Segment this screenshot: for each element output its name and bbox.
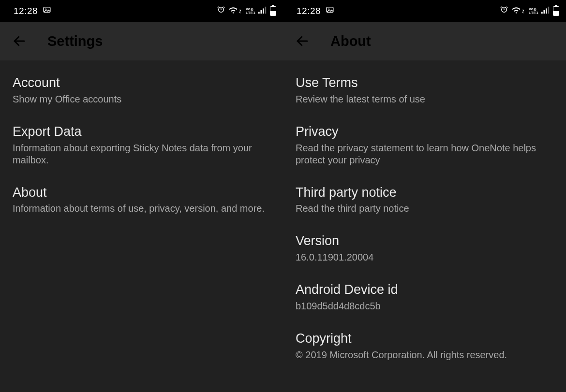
svg-rect-5 — [265, 6, 267, 13]
screen-settings: 12:28 Vo)) LTE1 — [0, 0, 283, 392]
about-item-privacy[interactable]: Privacy Read the privacy statement to le… — [296, 119, 553, 180]
image-icon — [326, 5, 334, 16]
item-subtitle: Information about terms of use, privacy,… — [13, 203, 270, 215]
about-item-copyright[interactable]: Copyright © 2019 Microsoft Corporation. … — [296, 326, 553, 375]
alarm-icon — [500, 5, 508, 16]
svg-rect-9 — [541, 12, 543, 14]
back-button[interactable] — [295, 33, 310, 49]
app-bar: Settings — [0, 22, 283, 60]
item-subtitle: Show my Office accounts — [13, 93, 270, 105]
item-title: Version — [296, 233, 553, 249]
battery-level — [270, 11, 276, 15]
item-title: Export Data — [13, 124, 270, 140]
screen-about: 12:28 Vo)) LTE1 — [283, 0, 566, 392]
wifi-icon — [511, 5, 526, 16]
signal-icon — [258, 6, 267, 16]
item-title: Use Terms — [296, 75, 553, 91]
svg-rect-4 — [263, 8, 264, 14]
item-title: Third party notice — [296, 185, 553, 201]
item-title: Android Device id — [296, 282, 553, 298]
battery-icon — [553, 6, 559, 16]
about-item-android-device-id[interactable]: Android Device id b109d5dd4d8cdc5b — [296, 277, 553, 326]
about-list: Use Terms Review the latest terms of use… — [283, 60, 566, 392]
settings-item-export-data[interactable]: Export Data Information about exporting … — [13, 119, 270, 180]
item-title: Account — [13, 75, 270, 91]
item-subtitle: Information about exporting Sticky Notes… — [13, 142, 270, 166]
item-subtitle: Read the privacy statement to learn how … — [296, 142, 553, 166]
item-subtitle: b109d5dd4d8cdc5b — [296, 300, 553, 312]
status-bar: 12:28 Vo)) LTE1 — [0, 0, 283, 22]
svg-rect-11 — [546, 8, 547, 14]
item-subtitle: 16.0.11901.20004 — [296, 251, 553, 263]
network-lte-icon: Vo)) LTE1 — [246, 7, 255, 15]
settings-item-about[interactable]: About Information about terms of use, pr… — [13, 180, 270, 229]
wifi-icon — [228, 5, 243, 16]
battery-level — [553, 11, 559, 15]
image-icon — [43, 5, 51, 16]
status-time: 12:28 — [297, 6, 321, 16]
item-subtitle: Read the third party notice — [296, 203, 553, 215]
battery-icon — [270, 6, 276, 16]
page-title: Settings — [47, 33, 103, 49]
svg-rect-2 — [258, 12, 260, 14]
alarm-icon — [217, 5, 225, 16]
svg-rect-10 — [544, 10, 545, 14]
about-item-version[interactable]: Version 16.0.11901.20004 — [296, 228, 553, 277]
settings-item-account[interactable]: Account Show my Office accounts — [13, 70, 270, 119]
about-item-third-party-notice[interactable]: Third party notice Read the third party … — [296, 180, 553, 229]
svg-rect-12 — [548, 6, 550, 13]
item-title: Copyright — [296, 331, 553, 347]
signal-icon — [541, 6, 550, 16]
item-title: Privacy — [296, 124, 553, 140]
status-time: 12:28 — [14, 6, 38, 16]
app-bar: About — [283, 22, 566, 60]
item-subtitle: Review the latest terms of use — [296, 93, 553, 105]
page-title: About — [330, 33, 371, 49]
svg-rect-3 — [261, 10, 262, 14]
back-button[interactable] — [12, 33, 27, 49]
item-title: About — [13, 185, 270, 201]
item-subtitle: © 2019 Microsoft Corporation. All rights… — [296, 349, 553, 361]
settings-list: Account Show my Office accounts Export D… — [0, 60, 283, 392]
about-item-use-terms[interactable]: Use Terms Review the latest terms of use — [296, 70, 553, 119]
network-lte-icon: Vo)) LTE1 — [529, 7, 538, 15]
status-bar: 12:28 Vo)) LTE1 — [283, 0, 566, 22]
